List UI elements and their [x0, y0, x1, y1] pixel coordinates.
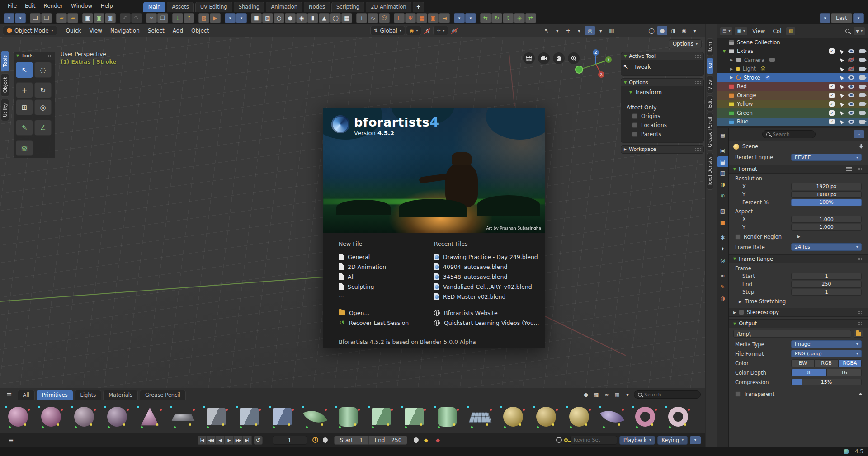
- snap-scale-toggle[interactable]: ⇕: [503, 13, 514, 23]
- add-cylinder-icon[interactable]: ▮: [307, 13, 318, 23]
- panel-grip-icon[interactable]: [857, 257, 863, 261]
- pivot-dropdown[interactable]: ◉ ▾: [406, 26, 422, 35]
- visibility-off-icon[interactable]: [848, 67, 854, 71]
- physics-properties-tab[interactable]: ◎: [717, 255, 728, 266]
- template-menu-chevron[interactable]: ▾: [15, 13, 26, 23]
- render-visibility-icon[interactable]: [859, 85, 865, 89]
- material-properties-tab[interactable]: ◑: [717, 293, 728, 304]
- world-properties-tab[interactable]: ⊕: [717, 190, 728, 201]
- outliner-row-blue[interactable]: Blue ✓: [717, 118, 868, 127]
- asset-sphere-pink-2[interactable]: [35, 402, 67, 432]
- object-properties-tab[interactable]: ■: [717, 217, 728, 228]
- tab-uv-editing[interactable]: UV Editing: [195, 2, 232, 12]
- selectable-icon[interactable]: [839, 110, 844, 116]
- website-link[interactable]: Bforartists Website: [434, 308, 529, 318]
- timeline-menu-icon[interactable]: ≡: [5, 436, 18, 444]
- add-empty-icon[interactable]: +: [356, 13, 367, 23]
- shelf-display-sphere-icon[interactable]: ●: [581, 390, 590, 399]
- adjust-last-chevron[interactable]: ▾: [853, 13, 864, 23]
- add-lattice-icon[interactable]: ▦: [416, 13, 427, 23]
- asset-grid-blue[interactable]: [464, 402, 496, 432]
- loop-playback-button[interactable]: ↺: [254, 436, 263, 445]
- viewport-3d[interactable]: User Perspective (1) Extras | Stroke Opt…: [0, 37, 705, 388]
- add-ico-sphere-icon[interactable]: ◉: [296, 13, 307, 23]
- outliner-row-extras[interactable]: ▼ Extras ✓: [717, 47, 868, 56]
- shading-wireframe-icon[interactable]: ◯: [646, 26, 656, 35]
- link-data-icon[interactable]: ∞: [146, 13, 157, 23]
- new-file-all[interactable]: All: [339, 272, 434, 282]
- next-keyframe-button[interactable]: ▶▶: [234, 436, 243, 445]
- add-camera-icon[interactable]: ▣: [428, 13, 439, 23]
- tab-2d-animation[interactable]: 2D Animation: [366, 2, 411, 12]
- selectability-dropdown-icon[interactable]: ↖: [542, 26, 552, 35]
- outliner-row-light[interactable]: ▶ Light: [717, 65, 868, 74]
- panel-grip-icon[interactable]: [857, 167, 863, 171]
- export-icon[interactable]: ↑: [184, 13, 194, 23]
- keyframe-jump-icon[interactable]: [413, 437, 420, 444]
- visibility-icon[interactable]: [848, 75, 854, 80]
- collection-checkbox[interactable]: ✓: [829, 84, 835, 89]
- tools-panel-header[interactable]: ▼ Tools: [14, 52, 55, 60]
- visibility-icon[interactable]: [848, 102, 854, 106]
- scene-properties-tab[interactable]: ◑: [717, 179, 728, 190]
- asset-cylinder-green[interactable]: [431, 402, 463, 432]
- shelf-display-chevron[interactable]: ▾: [623, 390, 632, 399]
- collection-checkbox[interactable]: ✓: [829, 48, 835, 54]
- frame-range-panel-header[interactable]: ▼ Frame Range: [729, 254, 868, 263]
- tab-animation[interactable]: Animation: [266, 2, 302, 12]
- constraint-properties-tab[interactable]: ∞: [717, 270, 728, 281]
- render-visibility-icon[interactable]: [859, 67, 865, 71]
- camera-view-button[interactable]: [538, 52, 550, 64]
- add-cube-icon[interactable]: ▧: [262, 13, 273, 23]
- menu-file[interactable]: File: [4, 1, 21, 10]
- snap-move-toggle[interactable]: ⇆: [480, 13, 491, 23]
- sep-2[interactable]: [717, 228, 728, 232]
- visibility-icon[interactable]: [848, 49, 854, 53]
- compression-slider[interactable]: 15%: [791, 379, 862, 386]
- render-visibility-icon[interactable]: [859, 75, 865, 80]
- outliner-col-menu[interactable]: Col: [769, 27, 784, 35]
- undo-icon[interactable]: ↶: [120, 13, 131, 23]
- tools-tab-tools[interactable]: Tools: [1, 51, 9, 71]
- keying-set-input[interactable]: [574, 437, 613, 443]
- transform-subpanel-header[interactable]: ▼ Transform: [621, 86, 703, 97]
- selectable-icon[interactable]: [839, 66, 844, 71]
- panel-grip-icon[interactable]: [46, 54, 52, 58]
- visibility-icon[interactable]: [848, 111, 854, 115]
- shading-rendered-icon[interactable]: ◉: [679, 26, 689, 35]
- effects-properties-tab[interactable]: ✦: [717, 244, 728, 254]
- new-file-sculpting[interactable]: Sculpting: [339, 282, 434, 291]
- outliner-row-red[interactable]: Red ✓: [717, 82, 868, 91]
- jump-to-end-button[interactable]: ▶|: [243, 436, 252, 445]
- outliner-filter-dropdown[interactable]: ▼▾: [853, 27, 865, 36]
- render-visibility-icon[interactable]: [859, 93, 865, 97]
- editor-chevron-1[interactable]: ▾: [225, 13, 236, 23]
- repeat-history-chevron[interactable]: ▾: [820, 13, 830, 23]
- aspect-x-field[interactable]: 1.000: [791, 216, 862, 223]
- pin-icon[interactable]: [859, 144, 863, 149]
- panel-grip-icon[interactable]: [694, 55, 701, 58]
- shading-material-icon[interactable]: ◑: [668, 26, 678, 35]
- render-visibility-icon[interactable]: [859, 58, 865, 62]
- orientation-dropdown[interactable]: ⇅ Global ▾: [370, 26, 405, 35]
- render-engine-dropdown[interactable]: EEVEE ▾: [791, 154, 862, 161]
- output-properties-tab[interactable]: ▤: [717, 156, 728, 167]
- outliner-row-stroke[interactable]: ▶ Stroke: [717, 73, 868, 82]
- open-file-link[interactable]: Open...: [339, 308, 434, 318]
- keying-set-field[interactable]: [570, 436, 617, 445]
- gizmos-chevron[interactable]: ▾: [574, 26, 584, 35]
- expand-icon[interactable]: ▶: [729, 67, 734, 71]
- collection-checkbox[interactable]: ✓: [829, 93, 835, 98]
- render-properties-tab[interactable]: ▣: [717, 145, 728, 156]
- presets-icon[interactable]: [846, 167, 852, 171]
- asset-cone-pink[interactable]: [134, 402, 166, 432]
- pan-view-button[interactable]: [553, 52, 565, 64]
- new-file-template-icon[interactable]: ❏: [41, 13, 52, 23]
- play-button[interactable]: ▶: [225, 436, 234, 445]
- save-file-icon[interactable]: ▣: [82, 13, 93, 23]
- render-image-icon[interactable]: ▨: [198, 13, 209, 23]
- delete-keyframe-button[interactable]: ◆: [433, 436, 442, 445]
- frame-end-field[interactable]: 250: [791, 281, 862, 288]
- animate-property-dot[interactable]: [859, 393, 862, 395]
- recover-last-session-link[interactable]: ↺ Recover Last Session: [339, 318, 434, 328]
